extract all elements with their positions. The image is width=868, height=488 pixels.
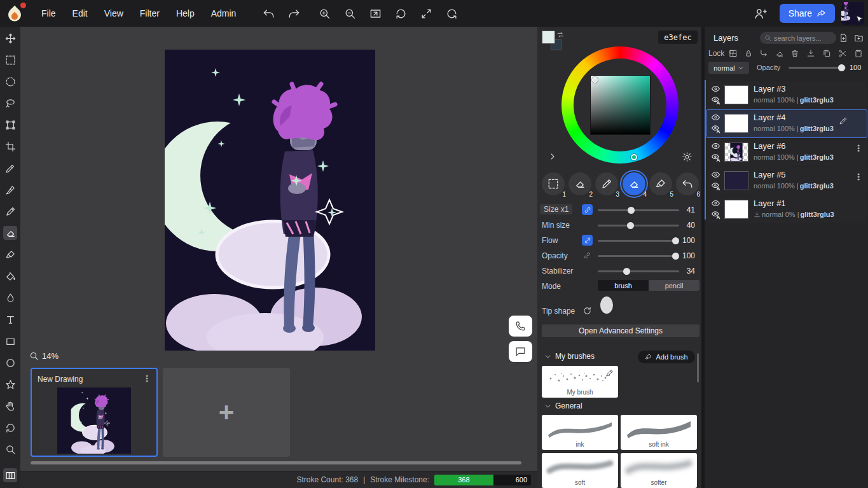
brush-card-my-brush[interactable]: My brush bbox=[542, 366, 618, 398]
brush-card-ink[interactable]: ink bbox=[542, 415, 618, 450]
pencil-tool[interactable] bbox=[3, 204, 17, 218]
layer-others-visibility-button[interactable] bbox=[710, 152, 720, 162]
fill-bucket-tool[interactable] bbox=[3, 269, 17, 283]
min-size-slider-knob[interactable] bbox=[627, 222, 634, 229]
rotate-cw-button[interactable] bbox=[444, 6, 459, 21]
brush-card-softer[interactable]: softer bbox=[621, 453, 697, 488]
add-folder-button[interactable] bbox=[854, 32, 865, 43]
ellipse-select-tool[interactable] bbox=[3, 74, 17, 88]
flow-slider[interactable] bbox=[598, 240, 679, 242]
mode-pencil-option[interactable]: pencil bbox=[649, 280, 699, 291]
opacity-link-toggle[interactable] bbox=[582, 250, 593, 261]
paintbrush-tool[interactable] bbox=[3, 247, 17, 261]
layer-others-visibility-button[interactable] bbox=[710, 95, 720, 105]
chat-button[interactable] bbox=[509, 341, 532, 362]
eraser-tool[interactable] bbox=[3, 226, 17, 240]
menu-help[interactable]: Help bbox=[168, 8, 203, 18]
page-menu-button[interactable] bbox=[142, 373, 154, 384]
menu-view[interactable]: View bbox=[96, 8, 132, 18]
layer-visibility-button[interactable] bbox=[710, 198, 720, 208]
saturation-value-box[interactable] bbox=[590, 75, 651, 135]
share-button[interactable]: Share bbox=[780, 4, 835, 23]
edit-brush-button[interactable] bbox=[605, 368, 616, 378]
canvas-area[interactable]: 14% New Drawing + bbox=[20, 27, 537, 471]
lock-transparency-button[interactable] bbox=[727, 48, 738, 59]
user-avatar[interactable] bbox=[841, 2, 864, 25]
eyedropper-tool[interactable] bbox=[3, 161, 17, 175]
ellipse-tool[interactable] bbox=[3, 356, 17, 370]
lock-position-button[interactable] bbox=[758, 48, 769, 59]
duplicate-layer-button[interactable] bbox=[821, 48, 832, 59]
tool-slot-4[interactable]: 4 bbox=[623, 172, 645, 195]
layer-opacity-slider[interactable] bbox=[789, 67, 846, 69]
lasso-tool[interactable] bbox=[3, 96, 17, 110]
brush-card-soft-ink[interactable]: soft ink bbox=[621, 415, 697, 450]
undo-button[interactable] bbox=[261, 6, 276, 21]
hand-tool[interactable] bbox=[3, 399, 17, 413]
app-logo[interactable] bbox=[5, 4, 24, 23]
fullscreen-button[interactable] bbox=[418, 6, 434, 21]
layer-search-box[interactable] bbox=[760, 32, 836, 44]
opacity-slider[interactable] bbox=[598, 255, 679, 257]
stabilizer-slider[interactable] bbox=[598, 270, 679, 272]
layer-visibility-button[interactable] bbox=[710, 141, 720, 151]
redo-button[interactable] bbox=[286, 6, 301, 21]
menu-edit[interactable]: Edit bbox=[64, 8, 96, 18]
size-slider-knob[interactable] bbox=[628, 207, 635, 214]
blend-mode-select[interactable]: normal bbox=[708, 62, 749, 74]
layer-visibility-button[interactable] bbox=[710, 169, 720, 179]
size-link-toggle[interactable] bbox=[582, 204, 593, 215]
lock-layer-button[interactable] bbox=[743, 48, 754, 59]
mode-brush-option[interactable]: brush bbox=[598, 280, 649, 291]
collapse-general-button[interactable] bbox=[544, 402, 552, 410]
zoom-in-button[interactable] bbox=[317, 6, 332, 21]
page-card-new-drawing[interactable]: New Drawing bbox=[31, 368, 158, 457]
rotate-ccw-button[interactable] bbox=[393, 6, 408, 21]
rectangle-tool[interactable] bbox=[3, 334, 17, 348]
tool-slot-3[interactable]: 3 bbox=[595, 172, 618, 195]
layer-row-5[interactable]: Layer #5 normal 100% | glitt3rglu3 bbox=[706, 167, 867, 195]
smudge-tool[interactable] bbox=[3, 291, 17, 305]
zoom-out-button[interactable] bbox=[342, 6, 357, 21]
advanced-settings-button[interactable]: Open Advanced Settings bbox=[542, 324, 699, 337]
horizontal-scrollbar[interactable] bbox=[31, 461, 521, 464]
size-slider[interactable] bbox=[598, 209, 679, 211]
layer-others-visibility-button[interactable] bbox=[710, 209, 720, 220]
move-tool[interactable] bbox=[3, 31, 17, 45]
menu-filter[interactable]: Filter bbox=[132, 8, 168, 18]
rotate-canvas-tool[interactable] bbox=[3, 421, 17, 435]
tip-rotate-button[interactable] bbox=[582, 305, 593, 316]
delete-layer-button[interactable] bbox=[789, 48, 800, 59]
invite-user-button[interactable] bbox=[753, 6, 768, 21]
hex-color-field[interactable]: e3efec bbox=[658, 31, 698, 44]
cut-layer-button[interactable] bbox=[837, 48, 848, 59]
layer-row-3[interactable]: Layer #3 normal 100% | glitt3rglu3 bbox=[706, 81, 867, 109]
pen-tool[interactable] bbox=[3, 183, 17, 197]
fit-canvas-button[interactable] bbox=[368, 6, 383, 21]
add-brush-button[interactable]: Add brush bbox=[638, 351, 695, 363]
layer-row-6[interactable]: Layer #6 normal 100% | glitt3rglu3 bbox=[706, 139, 867, 166]
layer-others-visibility-button[interactable] bbox=[710, 181, 720, 191]
transform-tool[interactable] bbox=[3, 118, 17, 132]
tool-slot-5[interactable]: 5 bbox=[649, 172, 672, 195]
layer-others-visibility-button[interactable] bbox=[710, 123, 720, 134]
layer-visibility-button[interactable] bbox=[710, 112, 720, 122]
primary-color-swatch[interactable] bbox=[542, 31, 555, 44]
merge-down-button[interactable] bbox=[805, 48, 816, 59]
tool-slot-2[interactable]: 2 bbox=[568, 172, 591, 195]
layer-menu-button[interactable] bbox=[853, 143, 864, 154]
layer-opacity-knob[interactable] bbox=[838, 64, 845, 71]
color-settings-button[interactable] bbox=[682, 151, 693, 162]
panel-scrollbar[interactable] bbox=[697, 353, 699, 382]
tool-slot-6[interactable]: 6 bbox=[676, 172, 699, 195]
voice-chat-button[interactable] bbox=[509, 316, 532, 337]
text-tool[interactable] bbox=[3, 312, 17, 326]
clear-layer-button[interactable] bbox=[774, 48, 785, 59]
brush-card-soft[interactable]: soft bbox=[542, 453, 618, 488]
layer-visibility-button[interactable] bbox=[710, 83, 720, 94]
add-layer-button[interactable] bbox=[839, 32, 850, 43]
marquee-select-tool[interactable] bbox=[3, 53, 17, 67]
layer-search-input[interactable] bbox=[774, 34, 832, 42]
layer-menu-button[interactable] bbox=[853, 171, 864, 183]
layer-row-4[interactable]: Layer #4 normal 100% | glitt3rglu3 bbox=[706, 110, 867, 137]
